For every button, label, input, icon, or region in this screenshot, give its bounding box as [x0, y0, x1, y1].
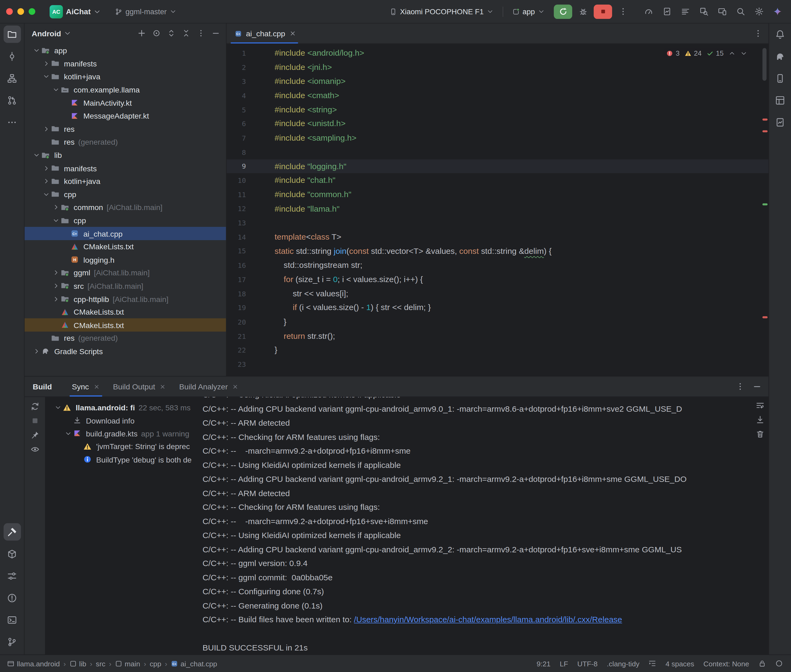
project-tree-item[interactable]: common[AiChat.lib.main] — [24, 201, 226, 214]
code-line[interactable]: 3#include <iomanip> — [226, 74, 769, 88]
rerun-app-button[interactable] — [554, 4, 572, 19]
code-line[interactable]: 21 return str.str(); — [226, 329, 769, 343]
project-tree-item[interactable]: CMakeLists.txt — [24, 306, 226, 318]
project-tree-item[interactable]: manifests — [24, 57, 226, 70]
vcs-branch-widget[interactable]: ggml-master — [112, 6, 180, 17]
chevron-down-icon[interactable] — [42, 73, 51, 81]
gemini-button[interactable] — [770, 4, 785, 19]
search-button[interactable] — [733, 4, 748, 19]
inspections-widget[interactable]: 3 24 15 — [663, 49, 750, 58]
project-tree-item[interactable]: kotlin+java — [24, 175, 226, 188]
breadcrumb-item[interactable]: main — [115, 659, 140, 667]
breadcrumb-item[interactable]: lib — [69, 659, 87, 667]
problems-tool-button[interactable] — [3, 589, 21, 606]
close-tab-icon[interactable] — [93, 384, 99, 390]
code-line[interactable]: 17 for (size_t i = 0; i < values.size();… — [226, 272, 769, 286]
console-file-link[interactable]: /Users/hanyin/Workspace/ai-chat/examples… — [354, 615, 622, 624]
build-tree-item[interactable]: 'jvmTarget: String' is deprec — [45, 440, 196, 453]
chevron-down-icon[interactable] — [51, 85, 61, 94]
project-tree-item[interactable]: CMakeLists.txt — [24, 240, 226, 253]
version-control-tool-button[interactable] — [3, 633, 21, 651]
chevron-right-icon[interactable] — [42, 125, 51, 133]
code-line[interactable]: 19 if (i < values.size() - 1) { str << d… — [226, 301, 769, 315]
editor-scrollbar-thumb[interactable] — [762, 48, 767, 81]
status-lock[interactable] — [759, 660, 766, 667]
line-number[interactable]: 12 — [226, 205, 256, 213]
code-line[interactable]: 13 — [226, 216, 769, 230]
line-number[interactable]: 4 — [226, 91, 256, 99]
device-mirroring-button[interactable] — [714, 4, 730, 19]
chevron-down-icon[interactable] — [32, 151, 42, 159]
code-line[interactable]: 7#include <sampling.h> — [226, 131, 769, 145]
close-tab-icon[interactable] — [160, 384, 166, 390]
code-line[interactable]: 4#include <cmath> — [226, 88, 769, 103]
errors-count[interactable]: 3 — [667, 50, 680, 57]
code-line[interactable]: 2#include <jni.h> — [226, 60, 769, 75]
project-tree-item[interactable]: kotlin+java — [24, 70, 226, 83]
chevron-right-icon[interactable] — [42, 177, 51, 185]
project-view-selector[interactable]: Android — [32, 29, 61, 37]
line-number[interactable]: 2 — [226, 63, 256, 71]
warnings-count[interactable]: 24 — [685, 50, 702, 57]
run-configuration-selector[interactable]: app — [509, 6, 548, 17]
more-tool-button[interactable] — [3, 114, 21, 131]
zoom-window-button[interactable] — [29, 8, 35, 15]
chevron-down-icon[interactable] — [53, 403, 63, 411]
chevron-down-icon[interactable] — [51, 216, 61, 224]
status-clang-tidy[interactable]: .clang-tidy — [607, 659, 640, 667]
pull-requests-tool-button[interactable] — [3, 91, 21, 109]
project-tree-item[interactable]: app — [24, 44, 226, 57]
code-editor[interactable]: 1#include <android/log.h>2#include <jni.… — [226, 44, 769, 376]
chevron-down-icon[interactable] — [64, 429, 73, 437]
sync-icon[interactable] — [30, 402, 39, 411]
terminal-tool-button[interactable] — [3, 611, 21, 629]
code-line[interactable]: 12#include "llama.h" — [226, 202, 769, 216]
target-icon[interactable] — [152, 29, 160, 37]
project-widget[interactable]: AC AiChat — [47, 3, 104, 20]
breadcrumb-item[interactable]: C+ai_chat.cpp — [171, 659, 217, 667]
project-tree-item[interactable]: cpp — [24, 188, 226, 201]
logcat-button[interactable] — [678, 4, 693, 19]
line-number[interactable]: 7 — [226, 134, 256, 142]
status-highlighting-level[interactable] — [775, 660, 783, 667]
line-number[interactable]: 22 — [226, 346, 256, 354]
close-tab-icon[interactable] — [289, 30, 296, 37]
code-line[interactable]: 5#include <string> — [226, 102, 769, 117]
status-indent-size[interactable]: 4 spaces — [666, 659, 694, 667]
soft-wrap-icon[interactable] — [756, 401, 764, 410]
project-tree-item[interactable]: CMakeLists.txt — [24, 318, 226, 332]
project-tree-item[interactable]: ggml[AiChat.lib.main] — [24, 266, 226, 279]
device-manager-tool-button[interactable] — [771, 69, 789, 87]
line-number[interactable]: 6 — [226, 120, 256, 128]
code-line[interactable]: 18 str << values[i]; — [226, 286, 769, 301]
status-line-separator[interactable]: LF — [560, 659, 568, 667]
code-line[interactable]: 22} — [226, 343, 769, 357]
code-line[interactable]: 6#include <unistd.h> — [226, 117, 769, 131]
line-number[interactable]: 3 — [226, 77, 256, 85]
code-line[interactable]: 14template<class T> — [226, 230, 769, 244]
status-caret-position[interactable]: 9:21 — [537, 659, 551, 667]
editor-tab-ai-chat-cpp[interactable]: C+ ai_chat.cpp — [226, 23, 302, 43]
status-context[interactable]: Context: None — [703, 659, 749, 667]
pin-icon[interactable] — [30, 431, 39, 439]
chevron-right-icon[interactable] — [42, 59, 51, 67]
line-number[interactable]: 10 — [226, 176, 256, 184]
device-explorer-tool-button[interactable] — [3, 545, 21, 563]
expand-all-icon[interactable] — [167, 29, 175, 37]
line-number[interactable]: 13 — [226, 219, 256, 227]
scroll-end-icon[interactable] — [756, 416, 764, 424]
trash-icon[interactable] — [756, 430, 764, 438]
line-number[interactable]: 20 — [226, 318, 256, 326]
project-tree-item[interactable]: cpp — [24, 214, 226, 227]
project-tree-item[interactable]: MainActivity.kt — [24, 96, 226, 109]
build-tab-sync[interactable]: Sync — [65, 376, 106, 396]
line-number[interactable]: 15 — [226, 247, 256, 255]
passed-count[interactable]: 15 — [707, 50, 724, 57]
status-file-encoding[interactable]: UTF-8 — [577, 659, 597, 667]
project-tree-item[interactable]: lib — [24, 149, 226, 162]
minimize-window-button[interactable] — [18, 8, 24, 15]
gradle-tool-button[interactable] — [771, 48, 789, 65]
chevron-right-icon[interactable] — [51, 295, 61, 303]
line-number[interactable]: 17 — [226, 275, 256, 283]
project-tree-item[interactable]: Hlogging.h — [24, 253, 226, 266]
